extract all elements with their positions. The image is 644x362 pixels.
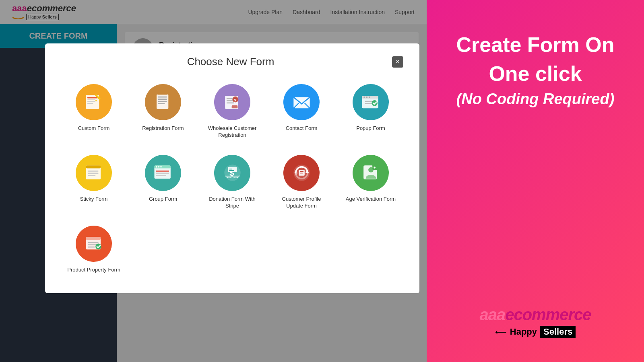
product-property-form-label: Product Property Form — [67, 267, 120, 274]
popup-form-icon — [353, 84, 389, 120]
form-item-registration[interactable]: Registration Form — [130, 80, 196, 143]
custom-form-label: Custom Form — [78, 125, 110, 132]
form-item-contact[interactable]: Contact Form — [269, 80, 334, 143]
svg-text:$: $ — [234, 98, 236, 102]
headline-line1: Create Form On — [456, 32, 615, 57]
contact-form-label: Contact Form — [286, 125, 318, 132]
svg-rect-33 — [88, 171, 98, 172]
svg-rect-9 — [158, 99, 167, 100]
svg-rect-16 — [226, 102, 233, 103]
registration-form-label: Registration Form — [142, 125, 184, 132]
wholesale-form-icon: $ — [214, 84, 250, 120]
age-verification-form-label: Age Verification Form — [346, 196, 396, 203]
pink-headline: Create Form On One click (No Coding Requ… — [456, 32, 615, 108]
form-item-popup[interactable]: Popup Form — [338, 80, 403, 143]
svg-point-26 — [366, 96, 367, 98]
svg-rect-46 — [228, 167, 237, 172]
profile-update-form-label: Customer Profile Update Form — [273, 196, 330, 210]
form-item-product-property[interactable]: Product Property Form — [61, 222, 126, 278]
form-item-sticky[interactable]: Sticky Form — [61, 151, 126, 214]
group-form-label: Group Form — [149, 196, 177, 203]
registration-form-icon — [145, 84, 181, 120]
modal-close-button[interactable]: × — [392, 56, 403, 68]
svg-point-27 — [369, 96, 370, 98]
svg-rect-54 — [299, 173, 302, 174]
svg-rect-53 — [299, 171, 303, 172]
product-property-form-icon — [76, 226, 112, 262]
profile-update-form-icon — [283, 155, 320, 191]
wholesale-form-label: Wholesale Customer Registration — [204, 125, 261, 139]
svg-rect-48 — [229, 170, 234, 171]
headline-line2: One click — [456, 61, 615, 86]
svg-rect-12 — [157, 93, 167, 95]
svg-rect-63 — [88, 247, 95, 248]
svg-rect-3 — [87, 101, 95, 102]
svg-rect-4 — [87, 103, 93, 104]
age-verification-form-icon: + — [353, 155, 389, 191]
svg-point-25 — [363, 96, 365, 98]
pink-brand-tagline: ⟵ Happy Sellers — [479, 326, 591, 338]
contact-form-icon — [283, 84, 320, 120]
modal-title: Choose New Form — [61, 56, 400, 68]
svg-rect-2 — [87, 99, 95, 100]
svg-rect-42 — [156, 173, 169, 174]
form-item-age-verification[interactable]: + Age Verification Form — [338, 151, 403, 214]
pink-panel: Create Form On One click (No Coding Requ… — [427, 0, 644, 362]
custom-form-icon — [76, 84, 112, 120]
form-item-custom[interactable]: Custom Form — [61, 80, 126, 143]
svg-rect-11 — [158, 103, 165, 104]
svg-rect-43 — [156, 175, 166, 176]
choose-new-form-modal: Choose New Form × Custom Form — [45, 43, 419, 293]
headline-subtext: (No Coding Required) — [456, 90, 615, 108]
svg-point-30 — [372, 100, 378, 106]
donation-form-icon: $ — [214, 155, 250, 191]
svg-rect-10 — [158, 101, 167, 102]
sticky-form-icon — [76, 155, 112, 191]
popup-form-label: Popup Form — [356, 125, 385, 132]
form-item-donation[interactable]: $ Donation Form With Stripe — [200, 151, 265, 214]
svg-rect-60 — [86, 237, 101, 240]
svg-point-39 — [158, 166, 159, 168]
svg-rect-34 — [88, 173, 98, 174]
svg-rect-61 — [88, 242, 98, 243]
pink-brand: aaaecommerce ⟵ Happy Sellers — [479, 306, 591, 338]
svg-rect-47 — [229, 169, 232, 170]
form-grid: Custom Form Registration Form — [61, 80, 403, 277]
svg-rect-35 — [88, 175, 95, 176]
form-item-group[interactable]: Group Form — [130, 151, 196, 214]
svg-rect-41 — [156, 171, 169, 172]
sticky-form-label: Sticky Form — [80, 196, 108, 203]
modal-header: Choose New Form × — [61, 56, 403, 68]
form-item-wholesale[interactable]: $ Wholesale Customer Registration — [200, 80, 265, 143]
group-form-icon — [145, 155, 181, 191]
svg-rect-32 — [86, 165, 101, 168]
svg-point-64 — [95, 244, 101, 250]
form-item-profile-update[interactable]: Customer Profile Update Form — [269, 151, 334, 214]
svg-rect-19 — [231, 105, 237, 108]
donation-form-label: Donation Form With Stripe — [204, 196, 261, 210]
svg-point-38 — [156, 166, 157, 168]
svg-rect-1 — [87, 97, 98, 98]
svg-text:+: + — [373, 166, 375, 170]
svg-rect-8 — [158, 96, 167, 97]
pink-brand-name: aaaecommerce — [479, 306, 591, 324]
svg-point-40 — [160, 166, 162, 168]
svg-rect-29 — [365, 103, 372, 104]
